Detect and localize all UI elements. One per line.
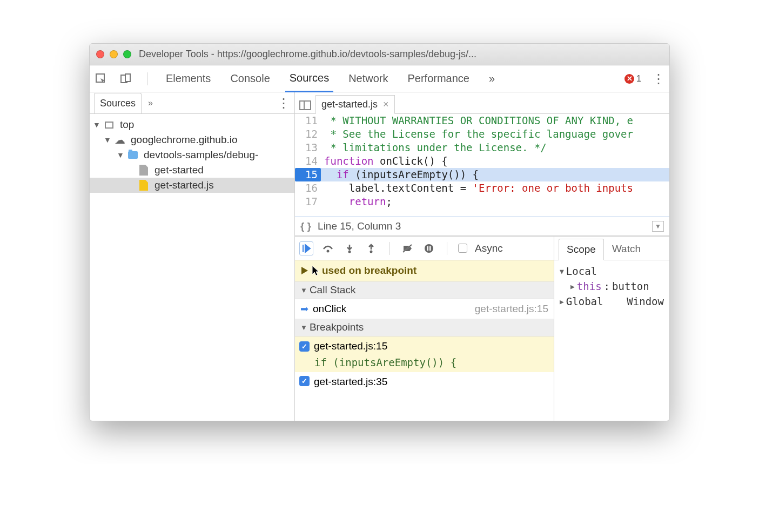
breakpoint-label: get-started.js:35 bbox=[314, 376, 387, 388]
paused-text: used on breakpoint bbox=[322, 265, 417, 277]
breakpoint-checkbox[interactable]: ✓ bbox=[299, 341, 310, 352]
svg-point-5 bbox=[370, 250, 373, 253]
async-label: Async bbox=[475, 243, 503, 254]
scope-this[interactable]: ▶ this: button bbox=[560, 279, 664, 294]
tree-node-folder[interactable]: ▼ devtools-samples/debug- bbox=[90, 147, 294, 163]
async-checkbox[interactable] bbox=[458, 244, 467, 253]
pretty-print-icon[interactable]: { } bbox=[300, 220, 311, 232]
tab-scope[interactable]: Scope bbox=[559, 239, 604, 260]
step-into-button[interactable] bbox=[342, 241, 357, 255]
folder-icon bbox=[128, 151, 138, 159]
tree-node-domain[interactable]: ▼☁ googlechrome.github.io bbox=[90, 132, 294, 147]
breakpoint-item-active[interactable]: ✓ get-started.js:15 if (inputsAreEmpty()… bbox=[295, 336, 554, 372]
deactivate-breakpoints-button[interactable] bbox=[400, 241, 414, 255]
tree-label: devtools-samples/debug- bbox=[144, 149, 258, 161]
window-titlebar: Developer Tools - https://googlechrome.g… bbox=[90, 44, 669, 65]
frame-icon bbox=[105, 122, 113, 129]
show-navigator-icon[interactable] bbox=[299, 100, 311, 110]
scope-global[interactable]: ▶ Global Window bbox=[560, 294, 664, 309]
window-minimize-button[interactable] bbox=[110, 50, 118, 58]
resume-button[interactable] bbox=[299, 241, 313, 255]
tree-label: get-started.js bbox=[155, 179, 214, 191]
svg-point-4 bbox=[348, 250, 351, 253]
paused-banner: used on breakpoint bbox=[295, 260, 554, 281]
stack-location: get-started.js:15 bbox=[475, 303, 548, 315]
toggle-device-icon[interactable] bbox=[119, 72, 133, 86]
tree-label: googlechrome.github.io bbox=[131, 134, 238, 146]
cursor-position: Line 15, Column 3 bbox=[318, 220, 401, 232]
tree-node-top[interactable]: ▼ top bbox=[90, 117, 294, 132]
script-icon bbox=[139, 180, 148, 191]
error-count: 1 bbox=[636, 74, 641, 84]
statusbar-dropdown-icon[interactable]: ▼ bbox=[652, 221, 664, 232]
breakpoint-label: get-started.js:15 bbox=[314, 340, 387, 352]
file-tree: ▼ top ▼☁ googlechrome.github.io ▼ devtoo… bbox=[90, 114, 294, 196]
devtools-window: Developer Tools - https://googlechrome.g… bbox=[89, 43, 670, 421]
editor-tab-label: get-started.js bbox=[321, 99, 378, 110]
cloud-icon: ☁ bbox=[115, 134, 125, 145]
error-icon: ✕ bbox=[624, 74, 634, 84]
tab-console[interactable]: Console bbox=[226, 66, 274, 91]
scope-local[interactable]: ▼Local bbox=[560, 264, 664, 279]
window-zoom-button[interactable] bbox=[123, 50, 131, 58]
tab-watch[interactable]: Watch bbox=[604, 238, 649, 260]
tab-elements[interactable]: Elements bbox=[162, 66, 215, 91]
svg-point-8 bbox=[425, 244, 433, 253]
scope-panel: Scope Watch ▼Local ▶ this: button ▶ Glob… bbox=[554, 237, 669, 421]
main-menu-icon[interactable]: ⋮ bbox=[652, 71, 665, 86]
debugger-toolbar: Async bbox=[295, 237, 554, 260]
svg-rect-2 bbox=[125, 74, 130, 82]
main-tabstrip: Elements Console Sources Network Perform… bbox=[90, 65, 669, 92]
svg-rect-10 bbox=[429, 246, 431, 251]
tree-label: top bbox=[120, 119, 134, 131]
tabs-overflow[interactable]: » bbox=[485, 66, 499, 91]
step-out-button[interactable] bbox=[364, 241, 378, 255]
breakpoints-header[interactable]: ▼Breakpoints bbox=[295, 319, 554, 336]
breakpoint-code: if (inputsAreEmpty()) { bbox=[314, 356, 456, 368]
tab-performance[interactable]: Performance bbox=[404, 66, 474, 91]
sources-subtab[interactable]: Sources bbox=[94, 93, 142, 113]
close-tab-icon[interactable]: × bbox=[383, 99, 389, 110]
window-title: Developer Tools - https://googlechrome.g… bbox=[139, 49, 476, 60]
play-icon bbox=[300, 266, 309, 275]
window-close-button[interactable] bbox=[96, 50, 104, 58]
code-editor[interactable]: 11 * WITHOUT WARRANTIES OR CONDITIONS OF… bbox=[295, 114, 669, 217]
breakpoint-item[interactable]: ✓ get-started.js:35 bbox=[295, 372, 554, 392]
inspect-element-icon[interactable] bbox=[94, 72, 108, 86]
callstack-frame[interactable]: ➡ onClick get-started.js:15 bbox=[295, 299, 554, 319]
navigator-menu-icon[interactable]: ⋮ bbox=[277, 96, 290, 111]
step-over-button[interactable] bbox=[321, 241, 335, 255]
pause-on-exceptions-button[interactable] bbox=[422, 241, 436, 255]
document-icon bbox=[139, 165, 148, 176]
stack-function: onClick bbox=[313, 303, 346, 315]
editor-tab[interactable]: get-started.js × bbox=[315, 95, 395, 114]
svg-rect-9 bbox=[427, 246, 429, 251]
cursor-icon bbox=[311, 265, 320, 277]
tree-label: get-started bbox=[155, 164, 204, 176]
tab-sources[interactable]: Sources bbox=[285, 65, 333, 92]
editor-statusbar: { } Line 15, Column 3 ▼ bbox=[295, 217, 669, 236]
debugger-left-pane: Async used on breakpoint ▼Call Stack ➡ o… bbox=[295, 237, 554, 421]
error-badge[interactable]: ✕ 1 bbox=[624, 74, 641, 84]
callstack-header[interactable]: ▼Call Stack bbox=[295, 281, 554, 299]
breakpoint-checkbox[interactable]: ✓ bbox=[299, 376, 310, 386]
tab-network[interactable]: Network bbox=[344, 66, 392, 91]
svg-point-3 bbox=[327, 250, 330, 252]
scope-global-value: Window bbox=[627, 295, 664, 307]
subtabs-overflow[interactable]: » bbox=[142, 98, 159, 108]
current-frame-icon: ➡ bbox=[300, 303, 308, 315]
navigator-panel: Sources » ⋮ ▼ top ▼☁ googlechrome.github… bbox=[90, 92, 295, 421]
tree-node-file[interactable]: get-started bbox=[90, 163, 294, 178]
tree-node-file-selected[interactable]: get-started.js bbox=[90, 178, 294, 193]
